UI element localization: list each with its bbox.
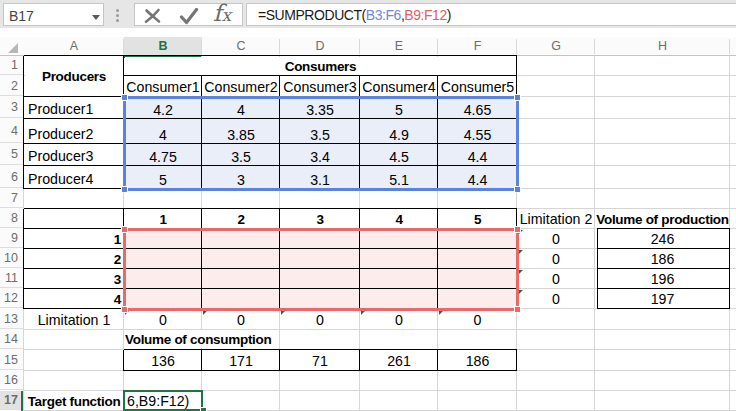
cell-limitation1-value[interactable]: 0 xyxy=(360,309,438,330)
column-header-separator xyxy=(594,39,595,54)
insert-function-icon[interactable]: fx xyxy=(213,0,231,26)
cell-limitation2-value[interactable]: 0 xyxy=(517,269,595,289)
cell-col-index[interactable]: 5 xyxy=(438,209,517,229)
cell-volume-consumption-value[interactable]: 186 xyxy=(438,350,517,371)
column-header-C[interactable]: C xyxy=(202,37,280,55)
column-header-separator xyxy=(279,39,280,54)
row-header-3[interactable]: 3 xyxy=(0,97,23,118)
cell-limitation2-value[interactable]: 0 xyxy=(517,229,595,249)
cell-volume-consumption-value[interactable]: 71 xyxy=(280,350,360,371)
blue-range-border-handle xyxy=(121,94,128,101)
row-header-2[interactable]: 2 xyxy=(0,76,23,96)
red-range-border xyxy=(123,228,519,311)
row-headers: 1234567891011121314151617 xyxy=(0,56,24,411)
row-header-13[interactable]: 13 xyxy=(0,309,23,329)
cell-volume-production-label[interactable]: Volume of production xyxy=(595,209,730,229)
row-header-14[interactable]: 14 xyxy=(0,330,23,349)
cancel-icon[interactable] xyxy=(144,8,161,24)
cell-row-index[interactable]: 3 xyxy=(24,269,124,289)
cell-col-index[interactable]: 2 xyxy=(202,209,280,229)
cell-volume-production-value[interactable]: 197 xyxy=(595,289,730,309)
cell-consumer-header[interactable]: Consumer5 xyxy=(438,76,517,97)
separator-dot xyxy=(116,19,119,22)
column-header-A[interactable]: A xyxy=(24,37,124,55)
row-header-1[interactable]: 1 xyxy=(0,56,23,75)
fx-glyph-f: f xyxy=(213,0,222,26)
cell-consumer-header[interactable]: Consumer2 xyxy=(202,76,280,97)
formula-part: B3:F6 xyxy=(366,7,401,23)
column-header-D[interactable]: D xyxy=(280,37,360,55)
red-range-border-handle xyxy=(514,226,521,233)
cell-consumer-header[interactable]: Consumer4 xyxy=(360,76,438,97)
cell-volume-consumption-value[interactable]: 171 xyxy=(202,350,280,371)
cell-consumer-header[interactable]: Consumer3 xyxy=(280,76,360,97)
cell-volume-production-value[interactable]: 196 xyxy=(595,269,730,289)
cell-limitation1-value[interactable]: 0 xyxy=(438,309,517,330)
select-all-corner[interactable] xyxy=(8,43,18,53)
cell-col-index[interactable]: 4 xyxy=(360,209,438,229)
name-box-value: B17 xyxy=(9,8,34,24)
row-header-16[interactable]: 16 xyxy=(0,371,23,390)
enter-icon[interactable] xyxy=(179,8,199,25)
row-header-9[interactable]: 9 xyxy=(0,229,23,248)
cell-producer-label[interactable]: Producer4 xyxy=(24,166,124,189)
active-cell-border xyxy=(123,390,204,411)
cell-consumer-header[interactable]: Consumer1 xyxy=(124,76,202,97)
cell-col-index[interactable]: 3 xyxy=(280,209,360,229)
formula-part: =SUMPRODUCT( xyxy=(258,7,366,23)
cell-row-index[interactable]: 1 xyxy=(24,229,124,249)
column-header-G[interactable]: G xyxy=(517,37,595,55)
blue-range-border-handle xyxy=(514,94,521,101)
cell-producer-label[interactable]: Producer1 xyxy=(24,97,124,119)
name-box-dropdown-icon[interactable] xyxy=(92,15,100,20)
column-headers: ABCDEFGH xyxy=(0,37,736,56)
formula-text: =SUMPRODUCT(B3:F6,B9:F12) xyxy=(258,7,451,23)
cell-target-function-label[interactable]: Target function xyxy=(24,391,124,411)
row-header-11[interactable]: 11 xyxy=(0,269,23,288)
row-header-8[interactable]: 8 xyxy=(0,209,23,228)
column-header-B[interactable]: B xyxy=(124,37,202,55)
row-header-17[interactable]: 17 xyxy=(0,391,23,410)
row-header-10[interactable]: 10 xyxy=(0,249,23,268)
formula-bar[interactable]: =SUMPRODUCT(B3:F6,B9:F12) xyxy=(246,3,736,26)
formula-part: B9:F12 xyxy=(404,7,446,23)
blue-range-border-handle xyxy=(121,186,128,193)
name-box[interactable]: B17 xyxy=(3,3,104,26)
row-header-4[interactable]: 4 xyxy=(0,119,23,143)
cell-row-index[interactable]: 4 xyxy=(24,289,124,309)
row-header-7[interactable]: 7 xyxy=(0,189,23,208)
cell-volume-production-value[interactable]: 186 xyxy=(595,249,730,269)
column-header-H[interactable]: H xyxy=(595,37,730,55)
separator-dots xyxy=(116,9,119,25)
cell-limitation2-value[interactable]: 0 xyxy=(517,289,595,309)
cell-consumers[interactable]: Consumers xyxy=(124,56,517,76)
column-header-separator xyxy=(201,39,202,54)
cell-volume-consumption-value[interactable]: 136 xyxy=(124,350,202,371)
cell-limitation1-value[interactable]: 0 xyxy=(124,309,202,330)
cell-limitation1-value[interactable]: 0 xyxy=(280,309,360,330)
column-header-F[interactable]: F xyxy=(438,37,517,55)
cell-producer-label[interactable]: Producer2 xyxy=(24,119,124,144)
row-header-5[interactable]: 5 xyxy=(0,144,23,165)
row-header-6[interactable]: 6 xyxy=(0,166,23,188)
cell-volume-consumption-label[interactable]: Volume of consumption xyxy=(124,330,271,348)
cell-limitation1-label[interactable]: Limitation 1 xyxy=(24,309,124,330)
cell-limitation2-value[interactable]: 0 xyxy=(517,249,595,269)
cell-limitation2-label[interactable]: Limitation 2 xyxy=(517,209,595,229)
cell-producers[interactable]: Producers xyxy=(24,56,124,97)
row-header-15[interactable]: 15 xyxy=(0,350,23,370)
formula-buttons: fx xyxy=(134,3,243,26)
red-range-border-handle xyxy=(121,226,128,233)
cell-volume-production-value[interactable]: 246 xyxy=(595,229,730,249)
formula-part: ) xyxy=(447,7,451,23)
row-header-12[interactable]: 12 xyxy=(0,289,23,308)
column-header-E[interactable]: E xyxy=(360,37,438,55)
column-header-separator xyxy=(516,39,517,54)
cell-producer-label[interactable]: Producer3 xyxy=(24,144,124,166)
separator-dot xyxy=(116,14,119,17)
excel-window: B17 fx =SUMPRODUCT(B3:F6,B9:F12) ABCDEFG… xyxy=(0,0,736,411)
cell-row-index[interactable]: 2 xyxy=(24,249,124,269)
cell-volume-consumption-value[interactable]: 261 xyxy=(360,350,438,371)
cell-col-index[interactable]: 1 xyxy=(124,209,202,229)
cell-limitation1-value[interactable]: 0 xyxy=(202,309,280,330)
